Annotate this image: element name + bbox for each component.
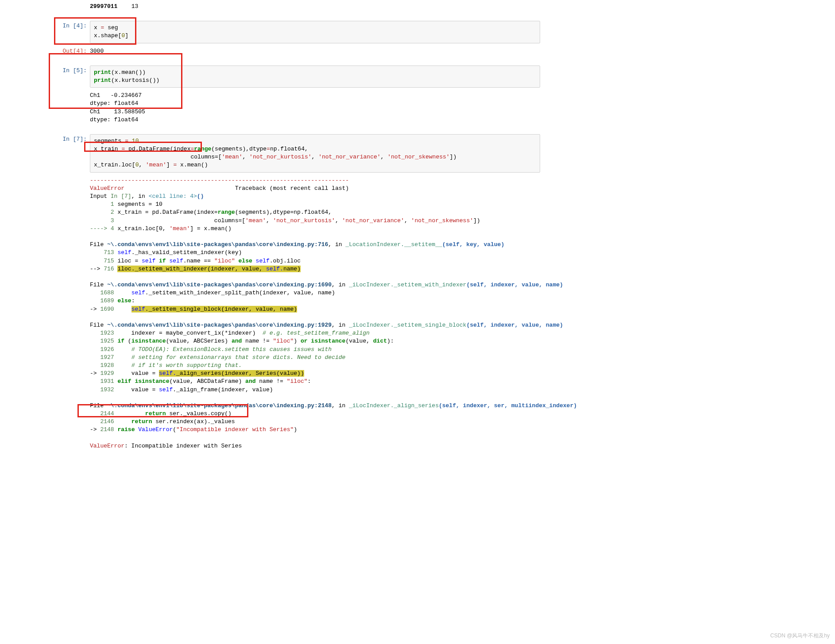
out-4-val: 3000 (90, 45, 540, 58)
cell-out-5: Ch1 -0.234667 dtype: float64 Ch1 13.5885… (0, 89, 546, 127)
traceback: ----------------------------------------… (90, 174, 580, 453)
cell-in-7: In [7]: segments = 10 x_train = pd.DataF… (0, 133, 546, 174)
prompt-out-5-empty (0, 89, 90, 92)
code-in-5[interactable]: print(x.mean()) print(x.kurtosis()) (90, 66, 540, 88)
cell-in-5: In [5]: print(x.mean()) print(x.kurtosis… (0, 64, 546, 89)
prompt-tb-empty (0, 174, 90, 177)
prompt-in-5: In [5]: (0, 64, 90, 75)
prompt-out-4: Out[4]: (0, 45, 90, 55)
prompt-empty (0, 0, 90, 3)
out-top: 29997011 13 (90, 0, 540, 13)
cell-traceback: ----------------------------------------… (0, 174, 546, 453)
code-in-7[interactable]: segments = 10 x_train = pd.DataFrame(ind… (90, 134, 540, 173)
code-in-4[interactable]: x = seg x.shape[0] (90, 21, 540, 43)
prompt-in-7: In [7]: (0, 133, 90, 143)
cell-out-4: Out[4]: 3000 (0, 45, 546, 58)
out-row-top: 29997011 13 (0, 0, 546, 13)
out-5: Ch1 -0.234667 dtype: float64 Ch1 13.5885… (90, 89, 540, 127)
prompt-in-4: In [4]: (0, 19, 90, 30)
cell-in-4: In [4]: x = seg x.shape[0] (0, 19, 546, 44)
